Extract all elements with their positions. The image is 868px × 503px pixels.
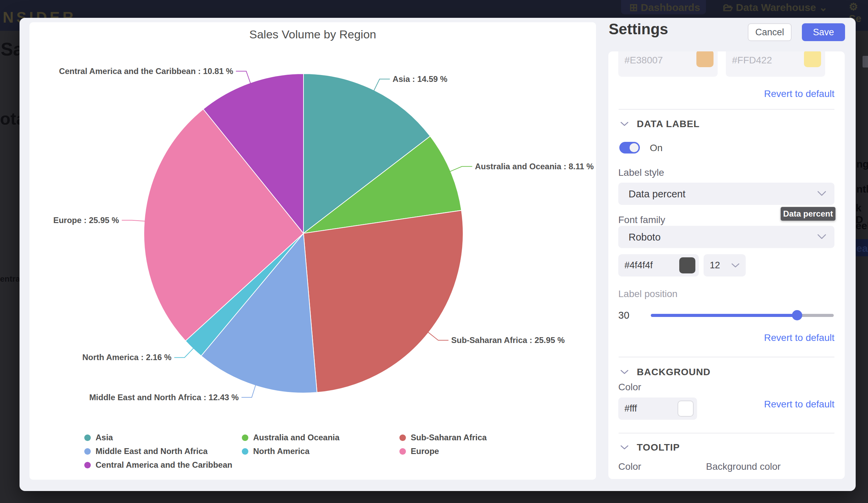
legend-label: North America: [253, 446, 309, 456]
chevron-down-icon: [817, 191, 826, 196]
chart-card: Sales Volume by Region Asia : 14.59 %Aus…: [30, 22, 596, 480]
pie-label-line: [450, 166, 472, 172]
background-color-label: Color: [618, 382, 641, 393]
section-header-background[interactable]: BACKGROUND: [620, 367, 711, 378]
pie-chart: Asia : 14.59 %Australia and Oceania : 8.…: [30, 22, 596, 427]
revert-to-default-link[interactable]: Revert to default: [764, 399, 835, 410]
background-selected-row: ear: [856, 239, 868, 256]
legend-dot: [84, 462, 91, 469]
legend-item-australia-and-oceania[interactable]: Australia and Oceania: [242, 433, 400, 442]
section-divider: [619, 357, 835, 357]
gear-icon: ⚙: [849, 1, 858, 12]
chevron-down-icon: [620, 370, 629, 374]
legend-item-north-america[interactable]: North America: [242, 446, 400, 456]
background-color-swatch[interactable]: [678, 401, 694, 417]
legend-item-asia[interactable]: Asia: [84, 433, 242, 442]
label-style-label: Label style: [618, 167, 664, 178]
section-divider: [619, 433, 835, 433]
background-text-fragment: eek: [856, 220, 868, 232]
color-swatch-yellow[interactable]: [804, 51, 821, 67]
chart-legend: AsiaAustralia and OceaniaSub-Saharan Afr…: [84, 431, 543, 472]
legend-dot: [400, 434, 406, 441]
chevron-down-icon: [731, 263, 740, 268]
dropdown-tooltip: Data percent: [781, 207, 836, 220]
legend-dot: [242, 448, 248, 455]
section-header-data-label[interactable]: DATA LABEL: [620, 119, 700, 130]
legend-item-sub-saharan-africa[interactable]: Sub-Saharan Africa: [400, 433, 543, 442]
cancel-button[interactable]: Cancel: [748, 23, 792, 41]
chevron-down-icon: [620, 445, 629, 450]
background-color-input[interactable]: #fff: [618, 398, 697, 420]
chevron-down-icon: [817, 234, 826, 239]
pie-data-label: Australia and Oceania : 8.11 %: [475, 162, 594, 171]
pie-data-label: Europe : 25.95 %: [53, 216, 119, 225]
chevron-down-icon: ⌄: [816, 2, 827, 13]
legend-dot: [84, 434, 91, 441]
legend-label: Europe: [411, 446, 439, 456]
font-size-select[interactable]: 12: [704, 254, 746, 277]
background-text-fragment: entral: [0, 274, 22, 284]
warehouse-icon: 🗁: [723, 2, 736, 13]
legend-label: Central America and the Caribbean: [95, 460, 232, 470]
label-position-value: 30: [618, 310, 629, 321]
data-label-toggle[interactable]: [619, 142, 640, 154]
pie-label-line: [428, 332, 448, 340]
pie-slice-sub-saharan-africa[interactable]: [303, 211, 463, 392]
pie-label-line: [174, 348, 194, 357]
section-header-tooltip[interactable]: TOOLTIP: [620, 442, 680, 453]
slider-thumb[interactable]: [792, 310, 802, 320]
legend-dot: [242, 434, 248, 441]
screen: NSIDER ⊞ Dashboards 🗁 Data Warehouse ⌄ ⚙…: [0, 0, 868, 503]
tooltip-background-color-label: Background color: [706, 461, 781, 472]
label-style-dropdown[interactable]: Data percent: [618, 183, 835, 205]
label-position-slider[interactable]: [651, 314, 834, 317]
legend-label: Sub-Saharan Africa: [411, 433, 487, 442]
legend-dot: [400, 448, 406, 455]
settings-card: #E38007 #FFD422 Revert to default DATA L…: [608, 51, 845, 479]
pie-label-line: [236, 71, 251, 84]
chevron-down-icon: [620, 122, 629, 126]
background-button-edge: [862, 56, 868, 68]
slider-fill: [651, 314, 797, 317]
legend-item-middle-east-and-north-africa[interactable]: Middle East and North Africa: [84, 446, 242, 456]
font-color-swatch[interactable]: [679, 257, 695, 274]
tooltip-color-label: Color: [618, 461, 641, 472]
revert-to-default-link[interactable]: Revert to default: [764, 332, 835, 343]
label-position-label: Label position: [618, 288, 678, 299]
section-divider: [619, 109, 835, 110]
legend-item-europe[interactable]: Europe: [400, 446, 543, 456]
settings-panel-title: Settings: [609, 21, 668, 38]
save-button[interactable]: Save: [802, 23, 845, 41]
legend-dot: [84, 448, 91, 455]
series-color-input-1[interactable]: #E38007: [618, 51, 717, 77]
legend-label: Australia and Oceania: [253, 433, 340, 442]
nav-dashboards-button[interactable]: ⊞ Dashboards: [621, 0, 706, 14]
font-family-dropdown[interactable]: Roboto: [618, 226, 835, 248]
revert-to-default-link[interactable]: Revert to default: [764, 89, 835, 99]
toggle-state-label: On: [650, 143, 662, 154]
font-color-input[interactable]: #4f4f4f: [618, 254, 699, 277]
background-text-fragment: nge: [856, 158, 868, 170]
pie-data-label: Asia : 14.59 %: [393, 74, 447, 84]
series-color-input-2[interactable]: #FFD422: [726, 51, 825, 77]
pie-data-label: Central America and the Caribbean : 10.8…: [59, 66, 233, 76]
dashboards-icon: ⊞: [629, 2, 641, 13]
legend-label: Middle East and North Africa: [95, 446, 208, 456]
pie-data-label: Middle East and North Africa : 12.43 %: [89, 393, 239, 402]
pie-data-label: North America : 2.16 %: [82, 352, 172, 362]
pie-label-line: [374, 79, 390, 91]
background-text-fragment: nth: [856, 183, 868, 195]
toggle-knob: [630, 143, 639, 152]
legend-label: Asia: [95, 433, 113, 442]
legend-item-central-america-and-the-caribbean[interactable]: Central America and the Caribbean: [84, 460, 242, 470]
pie-label-line: [241, 385, 256, 397]
color-swatch-orange[interactable]: [696, 51, 713, 67]
nav-data-warehouse-button[interactable]: 🗁 Data Warehouse ⌄: [723, 1, 828, 13]
pie-data-label: Sub-Saharan Africa : 25.95 %: [451, 336, 565, 345]
pie-label-line: [122, 220, 145, 221]
settings-modal: Sales Volume by Region Asia : 14.59 %Aus…: [20, 18, 856, 491]
font-family-label: Font family: [618, 215, 665, 225]
